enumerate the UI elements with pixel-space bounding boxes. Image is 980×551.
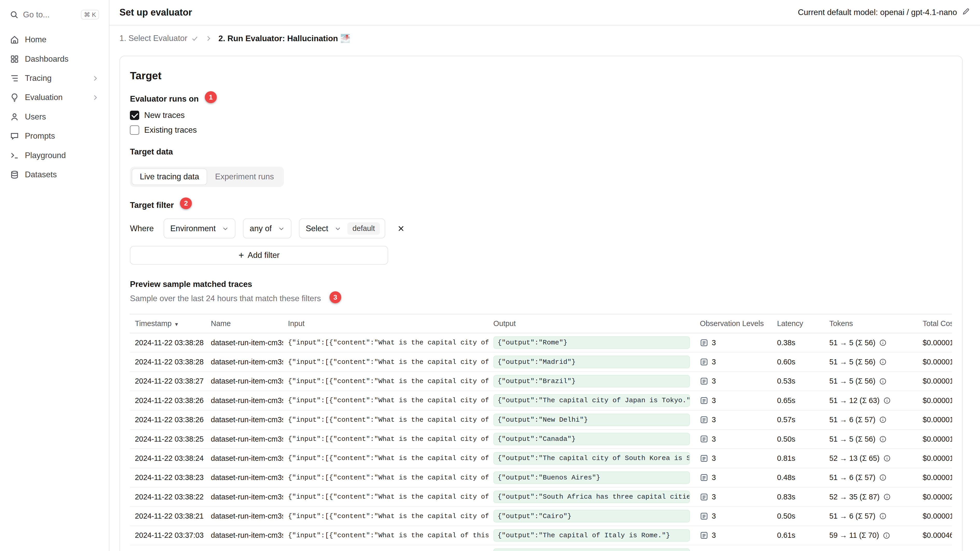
table-row[interactable]: 2024-11-22 03:37:03 dataset-run-item-cm3… [130, 526, 952, 545]
info-icon[interactable] [879, 339, 887, 346]
plus-icon: + [239, 251, 244, 260]
filter-value-chip[interactable]: default [347, 222, 380, 235]
output-chip: {"output":"The capital city of South Kor… [493, 452, 690, 464]
cell-tokens: 51 → 12 (Σ 63) [824, 391, 918, 410]
goto-search[interactable]: Go to... ⌘ K [6, 6, 103, 23]
col-header-timestamp[interactable]: Timestamp▼ [130, 314, 206, 333]
step-run-evaluator[interactable]: 2. Run Evaluator: Hallucination 🌁 [218, 34, 350, 43]
cell-total-cost: $0.000011 ( [918, 410, 952, 429]
cell-tokens: 51 → 6 (Σ 57) [824, 410, 918, 429]
table-row[interactable]: 2024-11-22 03:38:26 dataset-run-item-cm3… [130, 391, 952, 410]
cell-name: dataset-run-item-cm3s4 [206, 545, 283, 551]
pencil-icon[interactable] [962, 8, 970, 17]
cell-latency: 0.83s [772, 487, 824, 507]
evaluation-lightbulb-icon [10, 93, 19, 102]
sidebar-item-playground[interactable]: Playground [6, 146, 103, 165]
col-header-input: Input [283, 314, 488, 333]
shortcut-badge: ⌘ K [81, 10, 99, 19]
sidebar-item-home[interactable]: Home [6, 30, 103, 49]
remove-filter-button[interactable] [393, 221, 409, 237]
info-icon[interactable] [879, 416, 887, 424]
chevron-right-icon [92, 75, 99, 82]
step1-label: 1. Select Evaluator [119, 34, 188, 43]
checkbox-new-traces[interactable]: New traces [130, 111, 952, 120]
check-icon [191, 35, 199, 42]
cell-timestamp: 2024-11-22 03:38:22 [130, 487, 206, 507]
sidebar-item-datasets[interactable]: Datasets [6, 166, 103, 184]
target-data-label: Target data [130, 147, 173, 157]
cell-observation-levels: 3 [695, 429, 772, 449]
tokens-value: 51 → 6 (Σ 57) [829, 416, 875, 424]
table-row[interactable]: 2024-11-22 03:38:27 dataset-run-item-cm3… [130, 372, 952, 391]
output-chip: {"output":"The capital of Spain is Madri… [493, 548, 690, 551]
cell-input: {"input":[{"content":"What is the capita… [283, 526, 488, 545]
tab-experiment-runs[interactable]: Experiment runs [207, 168, 282, 185]
step-select-evaluator[interactable]: 1. Select Evaluator [119, 34, 199, 43]
cell-latency: 0.50s [772, 429, 824, 449]
cell-total-cost: $0.00046 ( [918, 545, 952, 551]
info-icon[interactable] [883, 454, 891, 462]
cell-output: {"output":"The capital city of Japan is … [488, 391, 695, 410]
goto-search-label: Go to... [23, 10, 77, 19]
info-icon[interactable] [883, 397, 891, 404]
cell-observation-levels: 3 [695, 333, 772, 352]
info-icon[interactable] [883, 532, 890, 539]
cell-timestamp: 2024-11-22 03:38:26 [130, 391, 206, 410]
table-row[interactable]: 2024-11-22 03:38:24 dataset-run-item-cm3… [130, 449, 952, 468]
table-row[interactable]: 2024-11-22 03:38:22 dataset-run-item-cm3… [130, 487, 952, 507]
info-icon[interactable] [879, 378, 887, 385]
cell-output: {"output":"Canada"} [488, 429, 695, 449]
table-row[interactable]: 2024-11-22 03:38:28 dataset-run-item-cm3… [130, 333, 952, 352]
observation-levels-icon [700, 339, 708, 347]
cell-observation-levels: 3 [695, 391, 772, 410]
checkbox-icon[interactable] [130, 125, 139, 135]
add-filter-button[interactable]: + Add filter [130, 246, 388, 265]
close-icon [397, 224, 406, 233]
tokens-value: 51 → 6 (Σ 57) [829, 512, 875, 521]
info-icon[interactable] [879, 358, 887, 366]
sidebar-item-label: Playground [25, 151, 99, 160]
tokens-value: 51 → 5 (Σ 56) [829, 338, 875, 347]
cell-total-cost: $0.000015 [918, 391, 952, 410]
cell-tokens: 51 → 6 (Σ 57) [824, 507, 918, 526]
info-icon[interactable] [879, 512, 887, 520]
checkbox-existing-traces[interactable]: Existing traces [130, 125, 952, 135]
cell-latency: 0.60s [772, 352, 824, 372]
sidebar-item-label: Dashboards [25, 54, 99, 64]
info-icon[interactable] [879, 474, 887, 481]
sidebar-item-evaluation[interactable]: Evaluation [6, 89, 103, 107]
table-row[interactable]: 2024-11-22 03:38:25 dataset-run-item-cm3… [130, 429, 952, 449]
cell-total-cost: $0.00046 ( [918, 526, 952, 545]
filter-value-select[interactable]: Select [299, 224, 347, 233]
cell-latency: 0.53s [772, 372, 824, 391]
cell-total-cost: $0.000011 ( [918, 429, 952, 449]
table-row[interactable]: 2024-11-22 03:38:23 dataset-run-item-cm3… [130, 468, 952, 487]
cell-latency: 0.48s [772, 468, 824, 487]
info-icon[interactable] [879, 435, 887, 443]
sidebar-item-prompts[interactable]: Prompts [6, 127, 103, 145]
tab-live-tracing-data[interactable]: Live tracing data [132, 168, 207, 185]
tokens-value: 51 → 5 (Σ 56) [829, 435, 875, 443]
sidebar-item-dashboards[interactable]: Dashboards [6, 50, 103, 68]
cell-total-cost: $0.000011 ( [918, 333, 952, 352]
filter-operator-select[interactable]: any of [243, 219, 291, 238]
checkbox-icon[interactable] [130, 111, 139, 120]
output-chip: {"output":"The capital of Italy is Rome.… [493, 529, 690, 541]
cell-timestamp: 2024-11-22 03:38:27 [130, 372, 206, 391]
users-icon [10, 112, 19, 122]
filter-column-select[interactable]: Environment [164, 219, 235, 238]
output-chip: {"output":"New Delhi"} [493, 414, 690, 426]
table-row[interactable]: 2024-11-22 03:38:26 dataset-run-item-cm3… [130, 410, 952, 429]
sidebar-item-users[interactable]: Users [6, 108, 103, 126]
table-row[interactable]: 2024-11-22 03:38:21 dataset-run-item-cm3… [130, 507, 952, 526]
cell-input: {"input":[{"content":"What is the capita… [283, 352, 488, 372]
observation-levels-icon [700, 416, 708, 424]
cell-observation-levels: 3 [695, 487, 772, 507]
table-row[interactable]: 2024-11-22 03:38:28 dataset-run-item-cm3… [130, 352, 952, 372]
cell-total-cost: $0.000011 ( [918, 468, 952, 487]
sidebar-item-tracing[interactable]: Tracing [6, 69, 103, 87]
info-icon[interactable] [883, 493, 891, 501]
table-row[interactable]: 2024-11-22 03:37:02 dataset-run-item-cm3… [130, 545, 952, 551]
main-area: Set up evaluator Current default model: … [110, 0, 980, 551]
cell-timestamp: 2024-11-22 03:38:23 [130, 468, 206, 487]
